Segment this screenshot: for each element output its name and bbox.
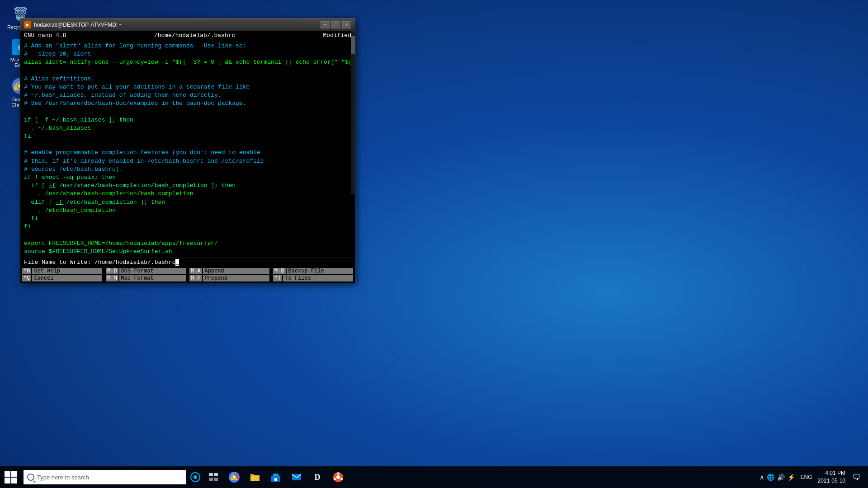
shortcut-append[interactable]: M-A Append — [188, 267, 271, 275]
svg-point-13 — [233, 476, 236, 479]
maximize-button[interactable]: □ — [331, 21, 340, 28]
system-tray: ∧ 🌐 🔊 ⚡ ENG 4:01 PM 2021-05-10 🗨 — [756, 466, 868, 488]
nano-version: GNU nano 4.8 — [24, 32, 66, 39]
term-line: if [ -f /usr/share/bash-completion/bash_… — [24, 182, 351, 190]
term-line: # this, if it's already enabled in /etc/… — [24, 157, 351, 165]
cortana-button[interactable] — [186, 466, 204, 488]
shortcut-backup-file[interactable]: M-B Backup File — [271, 267, 355, 275]
minimize-button[interactable]: ─ — [321, 21, 330, 28]
battery-icon[interactable]: ⚡ — [788, 474, 795, 481]
term-line — [24, 67, 351, 75]
scroll-thumb — [351, 36, 355, 54]
terminal-content[interactable]: # Add an "alert" alias for long running … — [20, 40, 355, 258]
nano-header: GNU nano 4.8 /home/hodaielab/.bashrc Mod… — [20, 31, 355, 40]
term-line: fi — [24, 215, 351, 223]
nano-modified: Modified — [323, 32, 351, 39]
shortcut-dos-format[interactable]: M-D DOS Format — [104, 267, 188, 275]
taskbar-apps: D — [224, 466, 348, 488]
term-line: export FREESURFER_HOME=/home/hodaielab/a… — [24, 239, 351, 248]
close-button[interactable]: ✕ — [342, 21, 351, 28]
term-line: alias alert='notify-send --urgency=low -… — [24, 58, 351, 66]
taskbar-file-explorer[interactable] — [245, 466, 265, 488]
taskbar: Type here to search — [0, 466, 868, 488]
volume-icon[interactable]: 🔊 — [777, 474, 785, 481]
clock-date: 2021-05-10 — [818, 477, 845, 485]
terminal-title: hodaielab@DESKTOP-ATVVFMD: ~ — [34, 22, 122, 28]
svg-point-19 — [336, 475, 340, 479]
language-indicator[interactable]: ENG — [799, 474, 814, 480]
svg-point-5 — [193, 475, 197, 479]
svg-point-22 — [334, 478, 336, 480]
terminal-titlebar: ▶ hodaielab@DESKTOP-ATVVFMD: ~ ─ □ ✕ — [20, 19, 355, 31]
term-line: # You may want to put all your additions… — [24, 83, 351, 91]
taskbar-clock[interactable]: 4:01 PM 2021-05-10 — [814, 469, 849, 485]
term-line: . ~/.bash_aliases — [24, 124, 351, 132]
terminal-app-icon: ▶ — [24, 21, 31, 28]
term-line: . /usr/share/bash-completion/bash_comple… — [24, 190, 351, 198]
svg-rect-16 — [274, 478, 277, 481]
term-line: source $FREESURFER_HOME/SetUpFreeSurfer.… — [24, 248, 351, 256]
start-button[interactable] — [0, 466, 22, 488]
svg-rect-8 — [209, 478, 213, 481]
taskbar-store[interactable] — [266, 466, 286, 488]
term-line: # ~/.bash_aliases, instead of adding the… — [24, 91, 351, 99]
filename-text: File Name to Write: /home/hodaielab/.bas… — [24, 259, 175, 266]
term-line — [24, 141, 351, 149]
taskbar-chrome[interactable] — [224, 466, 244, 488]
taskbar-mail[interactable] — [287, 466, 307, 488]
term-line — [24, 231, 351, 239]
taskbar-dell[interactable]: D — [307, 466, 327, 488]
term-line: # sleep 10; alert — [24, 50, 351, 58]
svg-rect-9 — [214, 478, 218, 481]
shortcut-prepend[interactable]: M-P Prepend — [188, 275, 271, 282]
term-line: # sources /etc/bash.bashrc). — [24, 165, 351, 174]
nano-shortcuts: ^G Get Help M-D DOS Format M-A Append M-… — [20, 267, 355, 283]
svg-rect-17 — [292, 474, 301, 480]
term-line: # See /usr/share/doc/bash-doc/examples i… — [24, 99, 351, 108]
chevron-icon[interactable]: ∧ — [760, 474, 764, 481]
svg-rect-7 — [214, 473, 218, 476]
desktop: 🗑️ Recycle Bin e Microsoft Edge Google C… — [0, 0, 868, 488]
terminal-window: ▶ hodaielab@DESKTOP-ATVVFMD: ~ ─ □ ✕ GNU… — [20, 18, 355, 283]
network-icon[interactable]: 🌐 — [767, 474, 774, 481]
shortcut-get-help[interactable]: ^G Get Help — [20, 267, 104, 275]
filename-bar: File Name to Write: /home/hodaielab/.bas… — [20, 258, 355, 267]
task-view-button[interactable] — [204, 466, 222, 488]
notification-icon[interactable]: 🗨 — [849, 473, 864, 482]
term-line: elif [ -f /etc/bash_completion ]; then — [24, 198, 351, 206]
taskbar-search[interactable]: Type here to search — [24, 470, 186, 484]
term-line: fi — [24, 132, 351, 141]
taskbar-ubuntu[interactable] — [328, 466, 348, 488]
nano-filepath: /home/hodaielab/.bashrc — [154, 32, 235, 39]
svg-point-20 — [337, 473, 340, 475]
term-line: # enable programmable completion feature… — [24, 149, 351, 157]
search-placeholder: Type here to search — [37, 474, 89, 481]
term-line: . /etc/bash_completion — [24, 206, 351, 215]
term-line: fi — [24, 223, 351, 231]
search-icon — [27, 474, 34, 481]
terminal-scrollbar[interactable] — [351, 31, 355, 194]
term-line: if [ -f ~/.bash_aliases ]; then — [24, 116, 351, 124]
term-line: # Alias definitions. — [24, 75, 351, 83]
term-line: # Add an "alert" alias for long running … — [24, 42, 351, 50]
shortcut-mac-format[interactable]: M-M Mac Format — [104, 275, 188, 282]
term-line — [24, 108, 351, 116]
svg-rect-6 — [209, 473, 213, 476]
term-line: if ! shopt -oq posix; then — [24, 174, 351, 182]
clock-time: 4:01 PM — [825, 469, 845, 477]
shortcut-cancel[interactable]: ^C Cancel — [20, 275, 104, 282]
svg-point-21 — [340, 478, 343, 480]
svg-rect-14 — [250, 475, 259, 481]
shortcut-to-files[interactable]: ^T To Files — [271, 275, 355, 282]
